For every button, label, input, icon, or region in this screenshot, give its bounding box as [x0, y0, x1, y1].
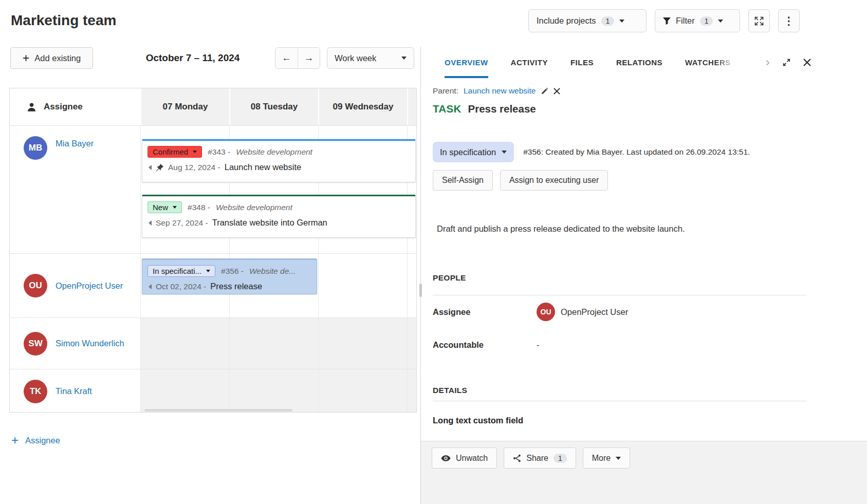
- user-link[interactable]: Simon Wunderlich: [56, 336, 124, 351]
- day-cell[interactable]: [140, 318, 229, 369]
- assignee-field-value[interactable]: OU OpenProject User: [537, 303, 628, 321]
- filter-count-badge: 1: [700, 16, 713, 26]
- parent-link[interactable]: Launch new website: [464, 86, 536, 96]
- user-link[interactable]: Tina Kraft: [56, 384, 92, 399]
- tab-relations[interactable]: RELATIONS: [616, 46, 662, 78]
- horizontal-scrollbar[interactable]: [144, 409, 292, 412]
- share-button[interactable]: Share 1: [504, 447, 576, 469]
- filter-button[interactable]: Filter 1: [655, 9, 740, 32]
- avatar: OU: [24, 274, 47, 297]
- add-existing-button[interactable]: + Add existing: [10, 47, 93, 69]
- assignee-cell: OU OpenProject User: [10, 254, 140, 318]
- assignee-cell: SW Simon Wunderlich: [10, 318, 140, 369]
- start-date: Oct 02, 2024 -: [156, 282, 206, 291]
- day-cell[interactable]: [407, 254, 416, 318]
- detail-footer-toolbar: Unwatch Share 1 More: [421, 441, 867, 504]
- details-section-heading: DETAILS: [433, 386, 806, 395]
- chevron-down-icon: [193, 151, 197, 153]
- project-name: Website development: [236, 147, 312, 157]
- add-assignee-label: Assignee: [25, 436, 60, 445]
- planner-row-tina-kraft: TK Tina Kraft: [10, 369, 416, 413]
- tab-watchers[interactable]: WATCHERS: [685, 46, 731, 78]
- person-icon: [27, 102, 36, 112]
- section-divider: [433, 295, 806, 295]
- self-assign-button[interactable]: Self-Assign: [433, 170, 493, 191]
- planner-row-simon-wunderlich: SW Simon Wunderlich: [10, 318, 416, 369]
- work-package-card-356-selected[interactable]: In specificati... #356 - Website de... O…: [142, 258, 317, 294]
- status-dropdown-badge[interactable]: In specificati...: [147, 265, 215, 277]
- tab-files[interactable]: FILES: [570, 46, 594, 78]
- plus-icon: +: [11, 434, 19, 446]
- edit-parent-button[interactable]: [541, 87, 548, 95]
- day-cell[interactable]: [140, 369, 229, 413]
- accountable-field-value[interactable]: -: [537, 340, 540, 350]
- arrow-right-icon: →: [304, 52, 314, 64]
- tab-activity[interactable]: ACTIVITY: [511, 46, 548, 78]
- close-icon: [803, 59, 811, 66]
- unwatch-button[interactable]: Unwatch: [432, 447, 497, 469]
- tab-overview[interactable]: OVERVIEW: [445, 46, 488, 78]
- avatar: OU: [537, 303, 555, 321]
- work-package-title: Launch new website: [225, 162, 302, 172]
- expand-panel-button[interactable]: [782, 46, 791, 78]
- day-cell[interactable]: [229, 318, 318, 369]
- day-header-monday: 07 Monday: [140, 88, 229, 125]
- previous-week-button[interactable]: ←: [275, 48, 298, 68]
- remove-parent-button[interactable]: [554, 88, 560, 95]
- share-label: Share: [526, 454, 548, 463]
- grid-header-row: Assignee 07 Monday 08 Tuesday 09 Wednesd…: [10, 88, 416, 125]
- week-navigation: ← →: [275, 47, 320, 69]
- user-link[interactable]: OpenProject User: [56, 278, 123, 293]
- status-dropdown[interactable]: In specification: [433, 142, 514, 162]
- day-cell[interactable]: [318, 254, 407, 318]
- plus-icon: +: [23, 52, 29, 64]
- day-cell[interactable]: [407, 318, 416, 369]
- panel-resize-handle[interactable]: [419, 284, 422, 297]
- more-actions-button[interactable]: More: [583, 447, 630, 469]
- assignee-header-label: Assignee: [44, 102, 83, 112]
- assignee-field-label: Assignee: [433, 307, 537, 317]
- fullscreen-button[interactable]: [748, 9, 770, 32]
- add-assignee-button[interactable]: + Assignee: [11, 434, 60, 446]
- status-dropdown-badge[interactable]: Confirmed: [147, 146, 202, 158]
- assignee-field-row: Assignee OU OpenProject User: [433, 303, 806, 321]
- close-panel-button[interactable]: [803, 46, 811, 78]
- work-package-title[interactable]: Press release: [468, 103, 536, 115]
- user-link[interactable]: Mia Bayer: [56, 136, 94, 151]
- day-cell[interactable]: [318, 318, 407, 369]
- day-cell[interactable]: [407, 369, 416, 413]
- view-mode-select[interactable]: Work week: [327, 47, 414, 69]
- day-cell[interactable]: [318, 369, 407, 413]
- quick-actions-row: Self-Assign Assign to executing user: [433, 170, 806, 191]
- assign-to-executing-user-button[interactable]: Assign to executing user: [500, 170, 608, 191]
- next-week-button[interactable]: →: [298, 48, 320, 68]
- work-package-detail-panel: OVERVIEW ACTIVITY FILES RELATIONS WATCHE…: [420, 46, 867, 504]
- share-count-badge: 1: [554, 454, 567, 463]
- status-dropdown-badge[interactable]: New: [147, 201, 182, 213]
- assignee-cell: TK Tina Kraft: [10, 369, 140, 413]
- team-planner-page: Marketing team Include projects 1 Filter…: [0, 0, 867, 504]
- assignee-name: OpenProject User: [561, 307, 628, 317]
- work-package-card-348[interactable]: New #348 - Website development Sep 27, 2…: [142, 195, 416, 238]
- long-text-custom-field-label: Long text custom field: [433, 416, 806, 425]
- people-section-heading: PEOPLE: [433, 273, 806, 283]
- pin-icon: [156, 163, 164, 172]
- work-package-title: Translate website into German: [212, 218, 327, 228]
- start-date: Sep 27, 2024 -: [156, 218, 208, 228]
- more-menu-button[interactable]: ⋮: [778, 9, 800, 32]
- more-label: More: [592, 454, 611, 463]
- chevron-down-icon: [619, 20, 624, 23]
- tabs-overflow-chevron-right-icon[interactable]: ›: [766, 46, 770, 78]
- day-header-wednesday: 09 Wednesday: [318, 88, 407, 125]
- description-text[interactable]: Draft and publish a press release dedica…: [437, 224, 806, 234]
- work-package-ref: #356 -: [221, 267, 244, 276]
- include-projects-button[interactable]: Include projects 1: [528, 9, 647, 32]
- include-projects-count-badge: 1: [601, 16, 615, 26]
- work-package-card-343[interactable]: Confirmed #343 - Website development Aug…: [142, 139, 416, 182]
- chevron-down-icon: [502, 151, 507, 154]
- date-range-label: October 7 – 11, 2024: [128, 47, 257, 69]
- fullscreen-icon: [754, 16, 764, 26]
- arrow-left-icon: ←: [282, 52, 291, 64]
- day-cell[interactable]: [229, 369, 318, 413]
- status-label: New: [153, 203, 168, 212]
